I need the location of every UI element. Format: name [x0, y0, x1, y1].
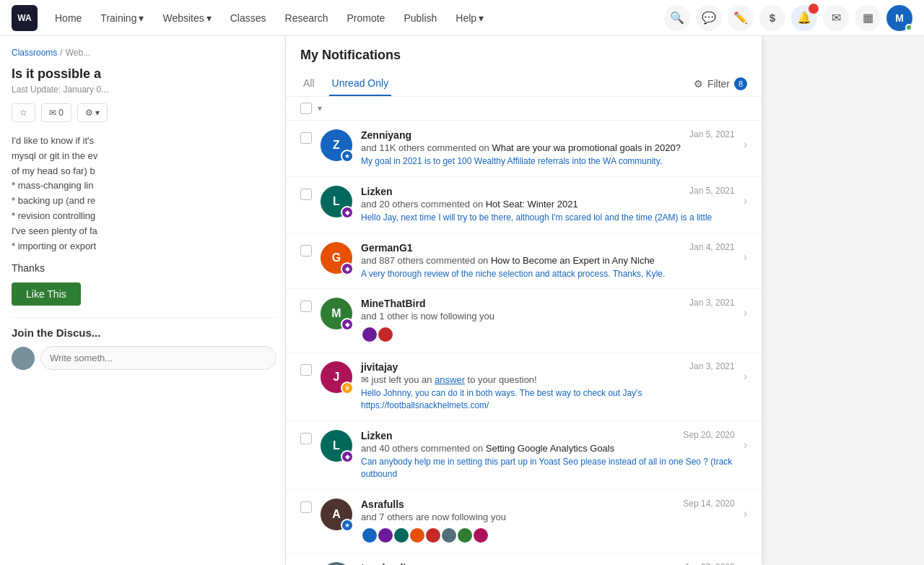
grid-button[interactable]: ▦ — [855, 5, 881, 31]
settings-button[interactable]: ⚙ ▾ — [77, 103, 108, 122]
notif-checkbox[interactable] — [300, 245, 312, 256]
notif-avatar-wrap: A★ — [321, 499, 352, 530]
bookmark-button[interactable]: ☆ — [12, 103, 35, 122]
notif-content: LizkenSep 20, 2020and 40 others commente… — [361, 430, 735, 480]
follower-avatar — [440, 527, 458, 544]
follower-avatar — [393, 527, 410, 544]
notif-arrow-icon: › — [744, 370, 747, 383]
follower-avatar — [377, 326, 394, 343]
like-button[interactable]: Like This — [12, 282, 81, 306]
breadcrumb-classrooms[interactable]: Classrooms — [12, 48, 57, 58]
thanks-text: Thanks — [12, 262, 276, 274]
notif-avatar-wrap: L◆ — [321, 186, 352, 217]
notif-username: GermanG1 — [361, 242, 413, 254]
notif-preview: A very thorough review of the niche sele… — [361, 268, 735, 280]
notif-username: Lizken — [361, 430, 393, 441]
notif-username: jivitajay — [361, 361, 398, 373]
notif-checkbox[interactable] — [300, 301, 312, 312]
nav-promote[interactable]: Promote — [338, 8, 393, 28]
notif-content: teguhyuliJun 27, 2020and 7 others are no… — [361, 562, 735, 565]
user-avatar[interactable]: M — [886, 5, 912, 31]
answer-link[interactable]: answer — [435, 374, 465, 385]
notif-checkbox[interactable] — [300, 433, 312, 444]
page-title: Is it possible a — [12, 66, 276, 82]
filter-button[interactable]: ⚙ Filter 8 — [694, 77, 747, 90]
edit-button[interactable]: ✏️ — [728, 5, 754, 31]
notif-date: Jun 27, 2020 — [684, 562, 734, 565]
notif-avatar: T — [321, 562, 352, 565]
nav-help[interactable]: Help ▾ — [447, 8, 492, 28]
nav-training[interactable]: Training ▾ — [92, 8, 152, 28]
notif-checkbox[interactable] — [300, 501, 312, 513]
notif-avatar-wrap: G◆ — [321, 242, 352, 274]
notification-item[interactable]: L◆LizkenJan 5, 2021and 20 others comment… — [286, 177, 762, 233]
notif-date: Jan 5, 2021 — [689, 186, 735, 196]
notification-item[interactable]: M◆MineThatBirdJan 3, 2021and 1 other is … — [286, 289, 762, 353]
notif-preview: Hello Jay, next time I will try to be th… — [361, 212, 735, 224]
notif-badge-icon: ★ — [341, 519, 354, 532]
discuss-input-row — [12, 346, 276, 370]
notifications-button[interactable]: 🔔 — [791, 5, 817, 31]
discuss-section: Join the Discus... — [12, 317, 276, 370]
discuss-input[interactable] — [40, 346, 276, 370]
nav-classes[interactable]: Classes — [222, 8, 275, 28]
tab-all[interactable]: All — [300, 72, 318, 96]
notif-arrow-icon: › — [744, 507, 747, 520]
filter-icon: ⚙ — [694, 78, 703, 90]
notification-item[interactable]: G◆GermanG1Jan 4, 2021and 887 others comm… — [286, 233, 762, 290]
select-all-checkbox[interactable] — [300, 103, 312, 114]
search-button[interactable]: 🔍 — [664, 5, 690, 31]
notif-checkbox-input[interactable] — [300, 433, 312, 444]
notif-arrow-icon: › — [744, 251, 747, 264]
notif-checkbox-input[interactable] — [300, 245, 312, 256]
notif-checkbox-input[interactable] — [300, 189, 312, 200]
nav-research[interactable]: Research — [276, 8, 337, 28]
notif-checkbox[interactable] — [300, 364, 312, 376]
notif-action-text: and 20 others commented on Hot Seat: Win… — [361, 199, 735, 210]
notif-username: MineThatBird — [361, 298, 425, 309]
notif-username: Asrafulls — [361, 499, 404, 510]
panel-title: My Notifications — [300, 48, 747, 63]
filter-count: 8 — [734, 77, 747, 90]
site-logo[interactable]: WA — [12, 5, 38, 31]
notif-avatar-wrap: Z★ — [321, 129, 352, 161]
follower-avatar — [361, 527, 378, 544]
notif-checkbox-input[interactable] — [300, 364, 312, 376]
notif-content: LizkenJan 5, 2021and 20 others commented… — [361, 186, 735, 224]
follower-avatars — [361, 326, 735, 343]
tab-unread-only[interactable]: Unread Only — [329, 72, 392, 96]
toolbar: ☆ ✉ 0 ⚙ ▾ — [12, 103, 276, 122]
notification-item[interactable]: T◆teguhyuliJun 27, 2020and 7 others are … — [286, 553, 762, 565]
notification-item[interactable]: L◆LizkenSep 20, 2020and 40 others commen… — [286, 421, 762, 490]
notification-item[interactable]: J♛jivitajayJan 3, 2021✉ just left you an… — [286, 353, 762, 421]
chat-button[interactable]: 💬 — [696, 5, 722, 31]
follower-avatar — [361, 326, 378, 343]
left-content-panel: Classrooms / Web... Is it possible a Las… — [0, 36, 289, 565]
notif-checkbox-input[interactable] — [300, 501, 312, 513]
notif-checkbox[interactable] — [300, 132, 312, 144]
share-button[interactable]: ✉ 0 — [41, 103, 71, 122]
panel-tabs: All Unread Only ⚙ Filter 8 — [300, 72, 747, 96]
nav-publish[interactable]: Publish — [395, 8, 445, 28]
notif-arrow-icon: › — [744, 194, 747, 207]
notification-item[interactable]: Z★ZenniyangJan 5, 2021and 11K others com… — [286, 121, 762, 177]
notif-date: Sep 20, 2020 — [683, 430, 734, 440]
dollar-button[interactable]: $ — [759, 5, 785, 31]
notification-item[interactable]: A★AsrafullsSep 14, 2020and 7 others are … — [286, 490, 762, 553]
follower-avatar — [472, 527, 489, 544]
nav-home[interactable]: Home — [46, 8, 90, 28]
notif-checkbox[interactable] — [300, 189, 312, 200]
breadcrumb-current: Web... — [66, 48, 90, 58]
notif-avatar-wrap: J♛ — [321, 361, 352, 393]
notif-username: teguhyuli — [361, 562, 406, 565]
nav-websites[interactable]: Websites ▾ — [154, 8, 219, 28]
notif-content: MineThatBirdJan 3, 2021and 1 other is no… — [361, 298, 735, 343]
notif-checkbox-input[interactable] — [300, 301, 312, 312]
select-all-chevron[interactable]: ▾ — [318, 103, 322, 113]
notif-badge-icon: ◆ — [341, 318, 354, 331]
mail-button[interactable]: ✉ — [823, 5, 849, 31]
notif-avatar-wrap: M◆ — [321, 298, 352, 329]
breadcrumb: Classrooms / Web... — [12, 48, 276, 58]
follower-avatar — [377, 527, 394, 544]
notif-checkbox-input[interactable] — [300, 132, 312, 144]
